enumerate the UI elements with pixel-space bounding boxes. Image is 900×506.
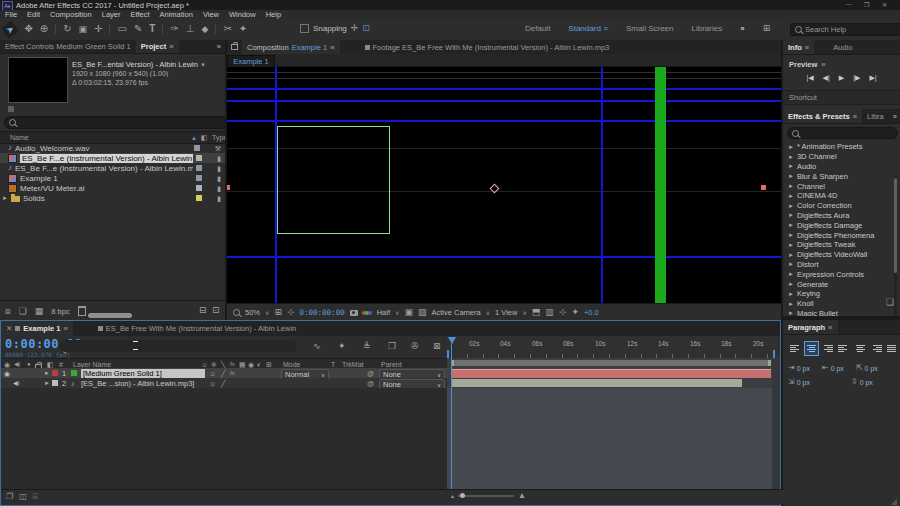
effects-menu-icon[interactable]: ≡: [853, 112, 857, 121]
effects-category[interactable]: ►Color Correction: [783, 201, 900, 211]
project-item[interactable]: ♪ Audio_Welcome.wav ⚒: [0, 143, 225, 153]
tab-footage[interactable]: Footage ES_Be Free With Me (Instrumental…: [360, 40, 615, 54]
workspace-standard[interactable]: Standard: [568, 24, 600, 33]
adjustment-column-icon[interactable]: ◐: [257, 361, 261, 368]
project-bit-depth[interactable]: 8 bpc: [51, 307, 69, 316]
effects-category[interactable]: ►Digieffects Damage: [783, 220, 900, 230]
tab-project[interactable]: Project≡: [136, 40, 179, 53]
panel-menu-icon[interactable]: ≡: [169, 42, 173, 51]
draft-3d-icon[interactable]: ✦: [338, 342, 346, 351]
frame-blend-column-icon[interactable]: ▦: [239, 361, 246, 368]
delete-item-icon[interactable]: [78, 306, 86, 316]
lock-icon[interactable]: [231, 44, 238, 50]
zoom-tool-icon[interactable]: ⊕: [40, 24, 48, 34]
help-search-field[interactable]: Search Help: [790, 23, 900, 36]
preview-menu-icon[interactable]: ≡: [821, 60, 825, 69]
effects-category[interactable]: ►Expression Controls: [783, 269, 900, 279]
label-color-swatch[interactable]: [196, 175, 202, 181]
expand-arrow-icon[interactable]: ►: [788, 291, 794, 297]
safe-margins-icon[interactable]: ⊹: [287, 308, 295, 317]
mode-column-label[interactable]: Mode: [283, 361, 301, 368]
panel-grid-icon[interactable]: ⊟: [199, 306, 207, 315]
last-frame-button[interactable]: ▶|: [869, 74, 876, 82]
expand-arrow-icon[interactable]: ►: [788, 271, 794, 277]
next-frame-button[interactable]: |▶: [853, 74, 860, 82]
label-color-swatch[interactable]: [196, 185, 202, 191]
effects-category[interactable]: ►Digieffects Phenomena: [783, 230, 900, 240]
timeline-tab-close-icon[interactable]: ✕: [6, 324, 12, 333]
layer-name-column-label[interactable]: Layer Name: [73, 361, 111, 368]
first-frame-button[interactable]: |◀: [806, 74, 813, 82]
label-column-icon[interactable]: ◧: [201, 134, 208, 142]
project-item[interactable]: Example 1 ▮: [0, 173, 225, 183]
sort-ascending-icon[interactable]: ▲: [191, 135, 197, 141]
puppet-pin-tool-icon[interactable]: ✦: [239, 24, 247, 34]
justify-all-button[interactable]: [885, 341, 900, 356]
comp-mini-flowchart-icon[interactable]: ∿: [313, 342, 321, 351]
space-after-value[interactable]: 0 px: [860, 379, 873, 386]
brainstorm-icon[interactable]: ✇: [411, 342, 419, 351]
number-column-label[interactable]: #: [59, 361, 63, 368]
justify-last-center-button[interactable]: [853, 341, 868, 356]
viewer-timecode[interactable]: 0:00:00:00: [300, 308, 345, 317]
motion-blur-column-icon[interactable]: ◉: [248, 361, 254, 368]
layer-audio-icon[interactable]: ◀): [13, 380, 20, 386]
project-search-field[interactable]: [4, 116, 228, 129]
snap-to-features-icon[interactable]: ✛: [351, 24, 359, 33]
project-item-folder[interactable]: ► Solids ▮: [0, 193, 225, 203]
magnification-dropdown-icon[interactable]: ∨: [265, 309, 269, 316]
timeline-link-icon[interactable]: ⊹: [559, 308, 567, 317]
tab-audio[interactable]: Audio: [828, 40, 857, 54]
expand-arrow-icon[interactable]: ►: [788, 232, 794, 238]
effects-category[interactable]: ►Channel: [783, 181, 900, 191]
resolution-value[interactable]: Half: [377, 308, 390, 317]
workspace-libraries[interactable]: Libraries: [692, 24, 723, 33]
effects-category[interactable]: ►Knoll: [783, 299, 900, 309]
effects-category[interactable]: ►Digieffects Tweak: [783, 240, 900, 250]
zoom-in-mountain-icon[interactable]: ▲: [518, 492, 526, 500]
label-color-swatch[interactable]: [196, 195, 202, 201]
graph-editor-icon[interactable]: ⊠: [433, 342, 441, 351]
expand-arrow-icon[interactable]: ►: [788, 173, 794, 179]
work-area-bar[interactable]: [451, 360, 771, 366]
expand-layer-switches-icon[interactable]: ❐: [6, 493, 13, 501]
region-of-interest-icon[interactable]: ▣: [404, 308, 413, 317]
label-color-swatch[interactable]: [196, 165, 202, 171]
effects-category[interactable]: ►* Animation Presets: [783, 142, 900, 152]
tab-info[interactable]: Info≡: [783, 40, 814, 54]
project-item[interactable]: ♪ ES_Be F...e (Instrumental Version) - A…: [0, 163, 225, 173]
type-tool-icon[interactable]: T: [149, 24, 155, 34]
resolution-dropdown-icon[interactable]: ∨: [395, 309, 399, 316]
menu-composition[interactable]: Composition: [50, 10, 92, 19]
solid-color-swatch[interactable]: [71, 370, 77, 376]
playhead-line[interactable]: [451, 343, 452, 489]
effects-column-icon[interactable]: fx: [230, 361, 235, 367]
guide-horizontal-3[interactable]: [227, 120, 781, 122]
horizontal-scrollbar-thumb[interactable]: [88, 313, 132, 318]
indent-first-line-value[interactable]: 0 px: [865, 365, 878, 372]
orbit-tool-icon[interactable]: ↻: [55, 24, 71, 34]
expand-arrow-icon[interactable]: ►: [788, 261, 794, 267]
rectangle-tool-icon[interactable]: ▭: [109, 24, 126, 34]
guide-vertical-2[interactable]: [601, 67, 603, 303]
workspace-menu-icon[interactable]: ≡: [604, 25, 608, 32]
view-layout-value[interactable]: 1 View: [495, 308, 517, 317]
expand-arrow-icon[interactable]: ►: [788, 203, 794, 209]
guide-horizontal-1[interactable]: [227, 88, 781, 90]
snapshot-icon[interactable]: [350, 310, 358, 316]
expand-arrow-icon[interactable]: ►: [788, 163, 794, 169]
tab-effect-controls[interactable]: Effect Controls Medium Green Solid 1: [0, 40, 136, 53]
workspace-bar-icon[interactable]: ⊞: [763, 24, 771, 33]
expand-arrow-icon[interactable]: ►: [2, 195, 8, 201]
footage-name-dropdown-icon[interactable]: ▼: [200, 62, 206, 68]
menu-effect[interactable]: Effect: [130, 10, 149, 19]
layer-handle-right[interactable]: [761, 185, 766, 190]
indent-left-value[interactable]: 0 px: [797, 365, 810, 372]
tab-effects-presets[interactable]: Effects & Presets≡: [783, 109, 862, 123]
interpret-footage-icon[interactable]: ⧈: [5, 307, 11, 316]
clone-stamp-tool-icon[interactable]: ⊥: [186, 24, 195, 34]
project-item-selected[interactable]: ES_Be F...e (Instrumental Version) - Alb…: [0, 153, 225, 163]
menu-view[interactable]: View: [203, 10, 219, 19]
work-area-end-bracket[interactable]: [773, 350, 775, 358]
shy-switch-icon[interactable]: ☺: [209, 380, 216, 387]
